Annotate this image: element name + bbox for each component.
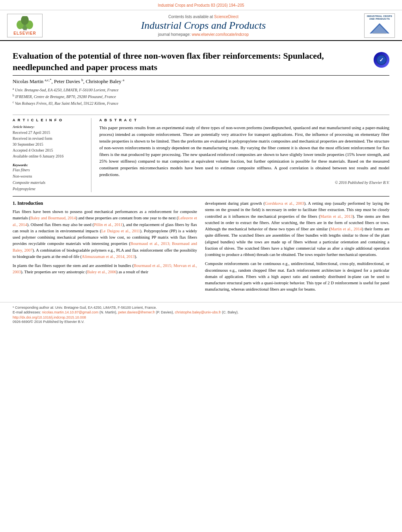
accepted-date: Accepted 4 October 2015 <box>13 147 86 153</box>
introduction-section: 1. Introduction Flax fibers have been sh… <box>13 196 389 296</box>
email1-link[interactable]: nicolas.martin.14.10.87@gmail.com <box>42 310 99 314</box>
sciencedirect-label: Contents lists available at ScienceDirec… <box>43 15 364 19</box>
journal-reference: Industrial Crops and Products 83 (2016) … <box>158 3 244 7</box>
keyword-1: Flax fibers <box>13 167 86 173</box>
ref-alimuzzaman[interactable]: Alimuzzaman et al., 2014, 2013 <box>82 254 134 259</box>
ref-leduigou[interactable]: Le Duigou et al., 2011 <box>101 229 140 233</box>
email1-name: (N. Martin), <box>99 310 117 314</box>
intro-para-2: In plants the flax fibers support the st… <box>13 263 197 276</box>
keyword-3: Composite materials <box>13 180 86 186</box>
authors-line: Nicolas Martin a,c,*, Peter Davies b, Ch… <box>13 78 389 85</box>
abstract-heading: A B S T R A C T <box>99 118 389 122</box>
crossmark-icon: ✓ <box>376 54 387 65</box>
history-label: Article history: <box>13 124 86 130</box>
crossmark-badge: ✓ <box>374 52 389 68</box>
abstract-text: This paper presents results from an expe… <box>99 124 389 178</box>
email-addresses: E-mail addresses: nicolas.martin.14.10.8… <box>13 310 389 314</box>
email-label: E-mail addresses: <box>13 310 41 314</box>
elsevier-logo: ELSEVIER <box>7 14 43 37</box>
ref-martin2013[interactable]: Martin et al., 2013 <box>320 214 353 219</box>
svg-marker-6 <box>371 25 388 33</box>
journal-homepage-link[interactable]: www.elsevier.com/locate/indcrop <box>192 32 249 37</box>
intro-para-4: Composite reinforcements can be continuo… <box>205 261 389 293</box>
keywords-section: Keywords: Flax fibers Non-wovens Composi… <box>13 163 86 192</box>
corresponding-author-note: * Corresponding author at: Univ. Bretagn… <box>13 306 389 310</box>
body-left-column: 1. Introduction Flax fibers have been sh… <box>13 200 197 296</box>
intro-left-text: Flax fibers have been shown to possess g… <box>13 209 197 276</box>
keyword-4: Polypropylene <box>13 186 86 192</box>
article-info-abstract-section: A R T I C L E I N F O Article history: R… <box>13 115 389 193</box>
journal-center: Contents lists available at ScienceDirec… <box>43 15 364 37</box>
email2-name: (P. Davies), <box>156 310 174 314</box>
journal-reference-bar: Industrial Crops and Products 83 (2016) … <box>0 0 402 10</box>
copyright-line: © 2016 Published by Elsevier B.V. <box>99 180 389 185</box>
main-content: Evaluation of the potential of three non… <box>0 41 402 296</box>
email3-link[interactable]: christophe.baley@univ-ubs.fr <box>175 310 221 314</box>
keyword-2: Non-wovens <box>13 173 86 180</box>
doi-link[interactable]: http://dx.doi.org/10.1016/j.indcrop.2015… <box>13 315 86 319</box>
ref-pillin[interactable]: Pillin et al., 2011 <box>94 222 123 227</box>
affiliation-a: a Univ. Bretagne-Sud, EA 4250, LIMATB, F… <box>13 87 389 93</box>
journal-header: ELSEVIER Contents lists available at Sci… <box>0 10 402 41</box>
ic-logo: INDUSTRIAL CROPS AND PRODUCTS <box>364 13 395 38</box>
svg-text:✓: ✓ <box>379 57 384 63</box>
ic-logo-triangle-area <box>369 20 391 36</box>
online-date: Available online 6 January 2016 <box>13 153 86 159</box>
intro-para-1: Flax fibers have been shown to possess g… <box>13 209 197 260</box>
elsevier-label: ELSEVIER <box>13 31 36 35</box>
article-info-heading: A R T I C L E I N F O <box>13 118 86 122</box>
ref-baley-bourmaud[interactable]: Baley and Bourmaud, 2014 <box>30 216 76 220</box>
ref-baley2006[interactable]: Baley et al., 2006 <box>87 270 116 274</box>
intro-para-3: development during plant growth (Gorshko… <box>205 200 389 258</box>
ic-logo-title: INDUSTRIAL CROPS AND PRODUCTS <box>367 15 392 20</box>
journal-homepage: journal homepage: www.elsevier.com/locat… <box>43 32 364 37</box>
section-1-title: 1. Introduction <box>13 200 197 206</box>
article-title-row: Evaluation of the potential of three non… <box>13 50 389 76</box>
ref-gorshkova[interactable]: Gorshkova et al., 2003 <box>265 201 304 206</box>
journal-title: Industrial Crops and Products <box>43 20 364 32</box>
page: Industrial Crops and Products 83 (2016) … <box>0 0 402 532</box>
received-date: Received 27 April 2015 <box>13 130 86 135</box>
affiliation-b: b IFREMER, Centre de Bretagne, BP70, 292… <box>13 93 389 100</box>
keywords-label: Keywords: <box>13 163 86 167</box>
affiliation-c: c Van Robaeys Frères, 83, Rue Saint Mich… <box>13 100 389 106</box>
abstract-column: A B S T R A C T This paper presents resu… <box>99 118 389 193</box>
email3-name: (C. Baley). <box>222 310 239 314</box>
ref-bourmaud1[interactable]: Bourmaud et al., 2013; Bourmaud and Bale… <box>13 241 197 252</box>
email2-link[interactable]: peter.davies@ifremer.fr <box>118 310 155 314</box>
intro-right-text: development during plant growth (Gorshko… <box>205 200 389 293</box>
ref-martin2014[interactable]: Martin et al., 2014 <box>330 227 362 231</box>
article-history: Article history: Received 27 April 2015 … <box>13 124 86 159</box>
page-footer: * Corresponding author at: Univ. Bretagn… <box>0 302 402 327</box>
article-info-column: A R T I C L E I N F O Article history: R… <box>13 118 91 193</box>
affiliations: a Univ. Bretagne-Sud, EA 4250, LIMATB, F… <box>13 87 389 107</box>
elsevier-tree-icon <box>12 16 38 31</box>
revised-date: 30 September 2015 <box>13 141 86 147</box>
footer-issn: 0926-6690/© 2016 Published by Elsevier B… <box>13 320 389 324</box>
revised-label: Received in revised form <box>13 135 86 141</box>
ic-logo-icon <box>369 22 391 34</box>
footer-doi: http://dx.doi.org/10.1016/j.indcrop.2015… <box>13 315 389 319</box>
body-right-column: development during plant growth (Gorshko… <box>205 200 389 296</box>
sciencedirect-link[interactable]: ScienceDirect <box>214 15 238 19</box>
article-header-section: Evaluation of the potential of three non… <box>13 46 389 111</box>
article-title: Evaluation of the potential of three non… <box>13 50 374 73</box>
